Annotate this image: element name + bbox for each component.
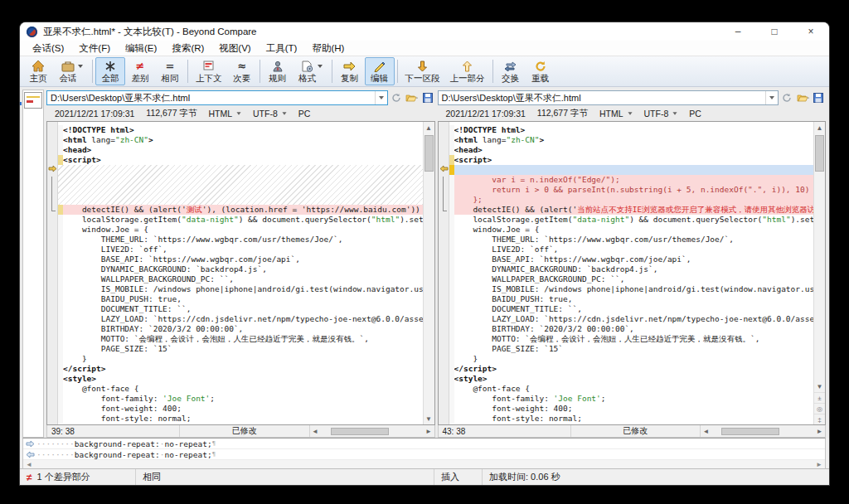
- toolbar-button-session[interactable]: 会话: [53, 57, 83, 85]
- toolbar-button-next-section[interactable]: 下一区段: [400, 57, 445, 85]
- code-line[interactable]: </script>: [58, 364, 423, 374]
- menu-item[interactable]: 帮助(H): [304, 41, 352, 56]
- left-refresh-icon[interactable]: [389, 90, 404, 105]
- code-line[interactable]: MOTTO: `会编程，会设计，会泡妞，人生已经趋近于完美，就是没有钱。`,: [58, 334, 423, 344]
- menu-item[interactable]: 搜索(R): [164, 41, 211, 56]
- right-open-folder-icon[interactable]: [795, 90, 810, 105]
- code-line[interactable]: <style>: [58, 374, 423, 384]
- code-line[interactable]: <!DOCTYPE html>: [449, 125, 814, 135]
- left-code-editor[interactable]: <!DOCTYPE html><html lang="zh-CN"><head>…: [46, 121, 435, 425]
- scroll-left-icon[interactable]: ◄: [26, 461, 32, 468]
- right-format-select[interactable]: HTML: [599, 109, 633, 119]
- toolbar-button-edit[interactable]: 编辑: [365, 57, 395, 85]
- menu-item[interactable]: 编辑(E): [118, 41, 164, 56]
- maximize-button[interactable]: □: [756, 22, 793, 41]
- left-vertical-scrollbar[interactable]: ▲ ▼: [423, 122, 434, 424]
- left-path-combobox[interactable]: D:\Users\Desktop\亚果不求仁.html: [46, 90, 388, 105]
- code-line[interactable]: <!DOCTYPE html>: [58, 125, 423, 135]
- code-line[interactable]: font-family: 'Joe Font';: [58, 394, 423, 404]
- code-line[interactable]: BAIDU_PUSH: true,: [58, 294, 423, 304]
- toolbar-button-context[interactable]: 上下文: [191, 57, 227, 85]
- code-line[interactable]: localStorage.getItem("data-night") && do…: [58, 215, 423, 225]
- code-line[interactable]: PAGE_SIZE: `15`: [449, 344, 814, 354]
- toolbar-button-copy[interactable]: 复制: [335, 57, 365, 85]
- code-line[interactable]: window.Joe = {: [449, 225, 814, 235]
- toolbar-button-show-all[interactable]: 全部: [95, 57, 125, 85]
- toolbar-button-format[interactable]: 格式: [293, 57, 323, 85]
- code-line[interactable]: <script>: [449, 155, 814, 165]
- scroll-right-icon[interactable]: ►: [814, 428, 825, 435]
- code-line[interactable]: </script>: [449, 364, 814, 374]
- right-horizontal-scrollbar[interactable]: ◄ ►: [701, 425, 825, 437]
- code-line[interactable]: BIRTHDAY: `2020/3/2 00:00:00`,: [449, 324, 814, 334]
- right-code-editor[interactable]: <!DOCTYPE html><html lang="zh-CN"><head>…: [438, 121, 827, 425]
- left-scroll-track[interactable]: [424, 133, 434, 413]
- left-save-icon[interactable]: [420, 90, 435, 105]
- code-line[interactable]: LAZY_LOAD: `https://cdn.jsdelivr.net/npm…: [58, 314, 423, 324]
- code-line[interactable]: @font-face {: [58, 384, 423, 394]
- code-line[interactable]: DOCUMENT_TITLE: ``,: [449, 304, 814, 314]
- right-save-icon[interactable]: [811, 90, 826, 105]
- toolbar-button-minor[interactable]: ≈次要: [227, 57, 257, 85]
- code-line[interactable]: var i = n.indexOf("Edge/");: [449, 175, 814, 185]
- scroll-up-icon[interactable]: ▲: [814, 122, 825, 133]
- code-line[interactable]: LIVE2D: `off`,: [449, 245, 814, 254]
- right-vertical-scrollbar[interactable]: ▲ ▼ ± ◎ ‡: [813, 122, 825, 424]
- code-line[interactable]: IS_MOBILE: /windows phone|iphone|android…: [58, 284, 423, 294]
- left-format-select[interactable]: HTML: [208, 109, 241, 119]
- code-line[interactable]: <head>: [58, 145, 423, 155]
- code-line[interactable]: <html lang="zh-CN">: [449, 135, 814, 145]
- right-encoding-select[interactable]: UTF-8: [644, 109, 678, 119]
- toolbar-button-home[interactable]: 主页: [23, 57, 53, 85]
- toolbar-button-swap[interactable]: 交换: [496, 57, 526, 85]
- left-hscroll-thumb[interactable]: [331, 428, 389, 435]
- code-line[interactable]: DYNAMIC_BACKGROUND: `backdrop4.js`,: [449, 264, 814, 274]
- scroll-right-icon[interactable]: ►: [816, 461, 822, 468]
- diff-overview-map[interactable]: [22, 90, 44, 438]
- code-line[interactable]: font-style: normal;: [449, 414, 814, 424]
- code-line[interactable]: THEME_URL: `https://www.wgbqr.com/usr/th…: [449, 235, 814, 245]
- menu-item[interactable]: 会话(S): [25, 41, 71, 56]
- center-diff-icon[interactable]: ◎: [814, 403, 825, 414]
- scroll-up-icon[interactable]: ▲: [424, 122, 434, 133]
- scroll-down-icon[interactable]: ▼: [424, 413, 434, 424]
- code-line[interactable]: return i > 0 && parseInt(n.substring(i +…: [449, 185, 814, 195]
- left-path-dropdown-button[interactable]: [375, 91, 387, 104]
- menu-item[interactable]: 工具(T): [259, 41, 305, 56]
- code-line[interactable]: PAGE_SIZE: `15`: [58, 344, 423, 354]
- code-line[interactable]: }: [449, 354, 814, 364]
- copy-to-left-arrow-icon[interactable]: [439, 165, 449, 172]
- code-line[interactable]: [449, 165, 814, 175]
- code-line[interactable]: LAZY_LOAD: `https://cdn.jsdelivr.net/npm…: [449, 314, 814, 324]
- code-line[interactable]: WALLPAPER_BACKGROUND_PC: ``,: [449, 274, 814, 284]
- right-refresh-icon[interactable]: [779, 90, 794, 105]
- scroll-down-icon[interactable]: ▼: [814, 380, 825, 392]
- code-line[interactable]: detectIE() && (alert('当前站点不支持IE浏览器或您开启了兼…: [449, 205, 814, 215]
- code-line[interactable]: font-style: normal;: [58, 414, 423, 424]
- left-scroll-thumb[interactable]: [424, 135, 434, 172]
- copy-to-right-arrow-icon[interactable]: [48, 165, 57, 172]
- code-line[interactable]: BIRTHDAY: `2020/3/2 00:00:00`,: [58, 324, 423, 334]
- right-path-combobox[interactable]: D:\Users\Desktop\亚果不求仁.html: [438, 90, 779, 105]
- toolbar-button-prev-section[interactable]: 上一部分: [445, 57, 490, 85]
- chevron-down-icon[interactable]: [318, 65, 323, 68]
- code-line[interactable]: font-weight: 400;: [58, 404, 423, 414]
- left-encoding-select[interactable]: UTF-8: [253, 109, 287, 119]
- code-line[interactable]: localStorage.getItem("data-night") && do…: [449, 215, 814, 225]
- code-line[interactable]: <head>: [449, 145, 814, 155]
- code-line[interactable]: window.Joe = {: [58, 225, 423, 235]
- lock-scroll-icon[interactable]: ‡: [814, 414, 825, 424]
- toolbar-button-show-same[interactable]: =相同: [155, 57, 185, 85]
- code-line[interactable]: THEME_URL: `https://www.wgbqr.com/usr/th…: [58, 235, 423, 245]
- code-line[interactable]: font-family: 'Joe Font';: [449, 394, 814, 404]
- code-line[interactable]: DOCUMENT_TITLE: ``,: [58, 304, 423, 314]
- left-hscroll-track[interactable]: [321, 427, 424, 436]
- code-line[interactable]: BASE_API: `https://www.wgbqr.com/joe/api…: [449, 254, 814, 264]
- scroll-right-icon[interactable]: ►: [424, 428, 434, 435]
- scroll-left-icon[interactable]: ◄: [310, 428, 321, 435]
- code-line[interactable]: detectIE() && (alert('测试'), (location.hr…: [58, 205, 423, 215]
- toolbar-button-rules[interactable]: 规则: [263, 57, 293, 85]
- align-toggle-icon[interactable]: ±: [814, 392, 825, 403]
- left-horizontal-scrollbar[interactable]: ◄ ►: [310, 425, 434, 437]
- minimize-button[interactable]: –: [720, 22, 756, 41]
